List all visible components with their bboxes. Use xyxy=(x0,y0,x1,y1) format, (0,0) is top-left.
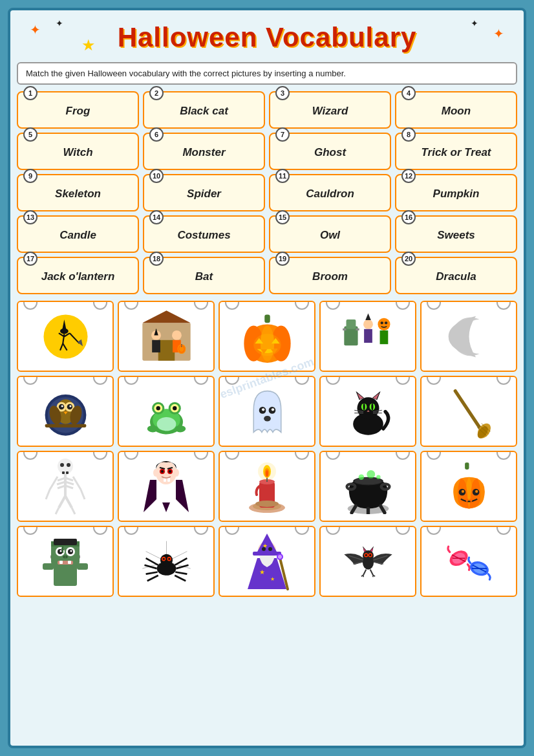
main-container: ✦ ✦ ★ Halloween Vocabulary ✦ ✦ Match the… xyxy=(8,8,526,748)
svg-point-73 xyxy=(357,397,379,419)
vocab-word-9: Skeleton xyxy=(55,188,101,200)
image-cell-a3[interactable] xyxy=(219,301,315,372)
vocab-item-13: 13 Candle xyxy=(17,215,139,253)
vocab-item-19: 19 Broom xyxy=(269,257,391,294)
title-area: ✦ ✦ ★ Halloween Vocabulary ✦ ✦ xyxy=(17,17,517,57)
vocab-number-3: 3 xyxy=(275,86,290,100)
svg-rect-40 xyxy=(379,330,388,343)
witch-moon-image xyxy=(18,302,112,371)
star-decoration-3: ✦ xyxy=(493,26,504,41)
svg-point-168 xyxy=(63,556,65,558)
vocab-number-6: 6 xyxy=(149,127,164,142)
image-cell-c5[interactable] xyxy=(420,451,517,522)
image-cell-d1[interactable] xyxy=(17,526,114,597)
image-cell-b1[interactable] xyxy=(17,376,114,447)
vocab-word-11: Cauldron xyxy=(306,188,354,200)
svg-rect-98 xyxy=(66,471,69,474)
vocab-word-1: Frog xyxy=(66,105,91,118)
dracula-image xyxy=(119,452,213,521)
images-section: ★ ★ ★ xyxy=(17,301,517,597)
broom-svg xyxy=(442,384,497,439)
pumpkin-svg xyxy=(240,309,295,364)
vocab-word-16: Sweets xyxy=(437,229,475,242)
costumes-image xyxy=(321,302,415,371)
broom-image xyxy=(422,377,516,446)
sweets-svg xyxy=(442,534,497,589)
ghost-image xyxy=(220,377,314,446)
svg-point-96 xyxy=(67,463,70,467)
vocab-item-2: 2 Black cat xyxy=(143,91,265,129)
image-cell-a2[interactable] xyxy=(118,301,215,372)
image-cell-d2[interactable] xyxy=(118,526,215,597)
pumpkin2-image xyxy=(422,452,516,521)
svg-point-42 xyxy=(385,321,387,324)
svg-line-222 xyxy=(370,570,372,576)
svg-rect-15 xyxy=(152,340,160,352)
svg-line-110 xyxy=(59,496,65,508)
svg-point-165 xyxy=(60,550,62,552)
svg-rect-55 xyxy=(45,424,86,427)
candle-image xyxy=(220,452,314,521)
image-cell-d4[interactable] xyxy=(319,526,416,597)
image-cell-c3[interactable] xyxy=(219,451,315,522)
image-cell-c1[interactable] xyxy=(17,451,114,522)
image-cell-b5[interactable] xyxy=(420,376,517,447)
svg-point-147 xyxy=(376,475,380,479)
moon-image xyxy=(422,302,516,371)
svg-point-62 xyxy=(156,406,160,410)
image-cell-c4[interactable] xyxy=(319,451,416,522)
svg-point-51 xyxy=(69,405,71,407)
vocab-number-5: 5 xyxy=(23,127,37,142)
svg-point-136 xyxy=(255,501,279,507)
image-cell-b2[interactable] xyxy=(118,376,215,447)
svg-point-117 xyxy=(153,469,158,477)
svg-point-145 xyxy=(358,474,364,480)
vocab-item-5: 5 Witch xyxy=(17,133,139,170)
instructions-box: Match the given Halloween vocabulary wit… xyxy=(17,62,517,85)
svg-point-66 xyxy=(156,417,176,431)
svg-line-111 xyxy=(56,508,59,514)
vocab-word-19: Broom xyxy=(312,270,348,283)
vocab-number-9: 9 xyxy=(23,169,37,183)
svg-line-195 xyxy=(175,575,186,581)
svg-point-206 xyxy=(278,555,282,559)
svg-line-189 xyxy=(144,565,156,568)
image-cell-a4[interactable] xyxy=(319,301,416,372)
black-cat-svg xyxy=(341,384,396,439)
costumes-svg xyxy=(341,309,396,364)
vocab-item-16: 16 Sweets xyxy=(395,215,517,253)
image-cell-a1[interactable] xyxy=(17,301,114,372)
vocab-number-4: 4 xyxy=(401,86,416,100)
svg-line-109 xyxy=(81,490,85,499)
vocab-number-17: 17 xyxy=(23,252,37,266)
svg-marker-37 xyxy=(365,313,371,320)
svg-point-70 xyxy=(271,408,273,411)
vocab-word-7: Ghost xyxy=(314,146,346,159)
svg-point-69 xyxy=(262,408,264,411)
spider-image xyxy=(119,527,213,596)
star-decoration-2: ✦ xyxy=(56,18,63,28)
image-cell-c2[interactable] xyxy=(118,451,215,522)
vocab-item-15: 15 Owl xyxy=(269,215,391,253)
image-cell-b4[interactable] xyxy=(319,376,416,447)
svg-point-169 xyxy=(66,556,68,558)
image-cell-b3[interactable] xyxy=(219,376,315,447)
vocab-number-16: 16 xyxy=(401,210,416,224)
svg-line-112 xyxy=(65,496,72,508)
image-cell-d3[interactable]: ★ ★ ★ xyxy=(219,526,315,597)
moon-svg xyxy=(442,309,497,364)
vocab-word-3: Wizard xyxy=(312,105,348,118)
image-cell-d5[interactable] xyxy=(420,526,517,597)
image-cell-a5[interactable] xyxy=(420,301,517,372)
witch-moon-svg xyxy=(38,309,93,364)
svg-point-152 xyxy=(475,490,478,492)
svg-point-1 xyxy=(45,316,86,357)
svg-point-187 xyxy=(168,557,170,559)
sweets-image xyxy=(422,527,516,596)
svg-line-108 xyxy=(73,477,81,490)
trick-treat-svg xyxy=(139,309,194,364)
vocab-item-12: 12 Pumpkin xyxy=(395,174,517,211)
svg-line-192 xyxy=(175,558,187,565)
vocab-item-8: 8 Trick or Treat xyxy=(395,133,517,170)
vocab-number-20: 20 xyxy=(401,252,416,266)
